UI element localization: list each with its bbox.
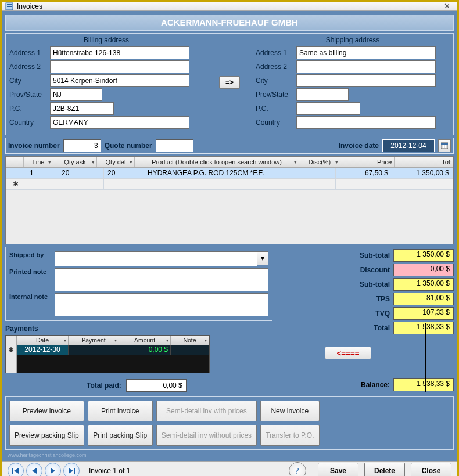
nav-prev-button[interactable] <box>26 463 42 476</box>
billing-addr1-label: Address 1 <box>9 49 50 57</box>
internal-note-input[interactable] <box>55 293 268 316</box>
payment-note[interactable] <box>171 345 209 355</box>
invoices-window: Invoices ✕ ACKERMANN-FRUEHAUF GMBH Billi… <box>0 0 459 476</box>
transfer-po-button: Transfer to P.O. <box>260 425 319 446</box>
connector-line <box>425 323 426 392</box>
calendar-icon[interactable] <box>438 139 451 152</box>
grid-new-row[interactable]: ✱ <box>6 179 453 190</box>
cell-product[interactable]: HYDRANGEA P.G. ROD 125CM *F.E. <box>144 168 292 178</box>
address-block: Billing address Address 1 Address 2 City… <box>5 33 454 135</box>
copy-to-shipping-button[interactable]: => <box>219 76 240 89</box>
discount-label: Discount <box>326 266 390 274</box>
svg-rect-14 <box>74 468 75 474</box>
grid-row[interactable]: 1 20 20 HYDRANGEA P.G. ROD 125CM *F.E. 6… <box>6 168 453 179</box>
shipping-country-label: Country <box>256 118 296 127</box>
payment-row[interactable]: ✱ 2012-12-30 0,00 $ <box>6 345 209 355</box>
new-invoice-button[interactable]: New invoice <box>260 401 319 421</box>
payment-type[interactable] <box>69 345 119 355</box>
row-selector[interactable] <box>6 168 26 178</box>
window-title: Invoices <box>17 2 42 10</box>
shipping-pc-input[interactable] <box>296 102 360 115</box>
shipped-by-select[interactable] <box>55 251 257 266</box>
semi-detail-with-prices-button: Semi-detail inv with prices <box>156 401 257 421</box>
billing-addr2-input[interactable] <box>50 60 189 73</box>
apply-arrow-button[interactable]: <==== <box>325 347 371 359</box>
cell-price[interactable]: 67,50 $ <box>336 168 392 178</box>
quote-number-label: Quote number <box>105 142 152 150</box>
billing-country-input[interactable] <box>50 116 189 129</box>
shipping-prov-label: Prov/State <box>256 91 296 99</box>
nav-last-button[interactable] <box>63 463 80 476</box>
preview-invoice-button[interactable]: Preview invoice <box>9 401 84 421</box>
shipped-by-dropdown-button[interactable]: ▾ <box>257 251 268 265</box>
billing-heading: Billing address <box>9 36 203 44</box>
total-paid-value <box>126 379 187 392</box>
watermark: www.heritagechristiancollege.com <box>5 452 454 458</box>
payment-date[interactable]: 2012-12-30 <box>17 345 69 355</box>
help-button[interactable]: ? <box>289 462 306 476</box>
billing-country-label: Country <box>9 118 50 127</box>
invoice-meta-bar: Invoice number Quote number Invoice date <box>5 138 454 154</box>
balance-value: 1 538,33 $ <box>393 378 454 391</box>
invoice-date-input[interactable] <box>382 139 435 152</box>
svg-rect-9 <box>12 468 13 474</box>
shipping-addr2-label: Address 2 <box>256 63 296 71</box>
cell-line[interactable]: 1 <box>26 168 58 178</box>
payment-amount[interactable]: 0,00 $ <box>119 345 171 355</box>
nav-first-button[interactable] <box>8 463 24 476</box>
printed-note-input[interactable] <box>55 268 268 291</box>
semi-detail-without-prices-button: Semi-detail inv without prices <box>156 425 257 446</box>
close-button[interactable]: Close <box>411 463 451 476</box>
internal-note-label: Internal note <box>9 293 55 300</box>
total-label: Total <box>326 324 390 332</box>
client-area: ACKERMANN-FRUEHAUF GMBH Billing address … <box>2 11 457 461</box>
billing-prov-label: Prov/State <box>9 91 50 99</box>
nav-next-button[interactable] <box>45 463 61 476</box>
new-row-icon: ✱ <box>8 346 14 354</box>
shipping-pc-label: P.C. <box>256 104 296 113</box>
printed-note-label: Printed note <box>9 268 55 275</box>
svg-rect-2 <box>7 6 12 7</box>
total-paid-label: Total paid: <box>87 381 121 390</box>
billing-prov-input[interactable] <box>50 88 102 101</box>
print-packing-button[interactable]: Print packing Slip <box>88 425 153 446</box>
cell-qty-del[interactable]: 20 <box>104 168 144 178</box>
svg-marker-11 <box>32 468 37 474</box>
invoice-date-label: Invoice date <box>339 142 379 150</box>
cell-tot[interactable]: 1 350,00 $ <box>392 168 453 178</box>
print-invoice-button[interactable]: Print invoice <box>88 401 153 421</box>
company-header: ACKERMANN-FRUEHAUF GMBH <box>5 15 454 31</box>
billing-city-label: City <box>9 77 50 85</box>
shipping-addr2-input[interactable] <box>296 60 436 73</box>
subtotal2-value: 1 350,00 $ <box>393 278 454 291</box>
billing-city-input[interactable] <box>50 74 189 87</box>
new-row-icon: ✱ <box>13 180 19 188</box>
shipping-column: Shipping address Address 1 Address 2 Cit… <box>256 35 450 130</box>
shipped-by-label: Shipped by <box>9 251 55 258</box>
shipping-addr1-input[interactable] <box>296 46 436 59</box>
invoice-number-label: Invoice number <box>8 142 60 150</box>
shipping-prov-input[interactable] <box>296 88 349 101</box>
cell-disc[interactable] <box>292 168 336 178</box>
invoice-number-input[interactable] <box>63 139 101 152</box>
shipping-city-label: City <box>256 77 296 85</box>
window-close-button[interactable]: ✕ <box>440 2 454 10</box>
preview-packing-button[interactable]: Preview packing Slip <box>9 425 84 446</box>
balance-label: Balance: <box>361 381 390 389</box>
tps-value: 81,00 $ <box>393 293 454 305</box>
billing-pc-input[interactable] <box>50 102 114 115</box>
shipping-city-input[interactable] <box>296 74 436 87</box>
line-items-grid[interactable]: Line▾ Qty ask▾ Qty del▾ Product (Double-… <box>5 156 454 244</box>
shipping-country-input[interactable] <box>296 116 436 129</box>
delete-button[interactable]: Delete <box>364 463 405 476</box>
billing-addr2-label: Address 2 <box>9 63 50 71</box>
subtotal-value: 1 350,00 $ <box>393 249 454 262</box>
billing-addr1-input[interactable] <box>50 46 189 59</box>
cell-qty-ask[interactable]: 20 <box>58 168 104 178</box>
save-button[interactable]: Save <box>318 463 358 476</box>
grid-empty-area <box>6 190 453 244</box>
quote-number-input[interactable] <box>156 139 193 152</box>
payments-grid[interactable]: Date▾ Payment▾ Amount▾ Note▾ ✱ 2012-12-3… <box>5 335 210 373</box>
svg-marker-13 <box>69 468 73 474</box>
pager-text: Invoice 1 of 1 <box>89 467 130 475</box>
